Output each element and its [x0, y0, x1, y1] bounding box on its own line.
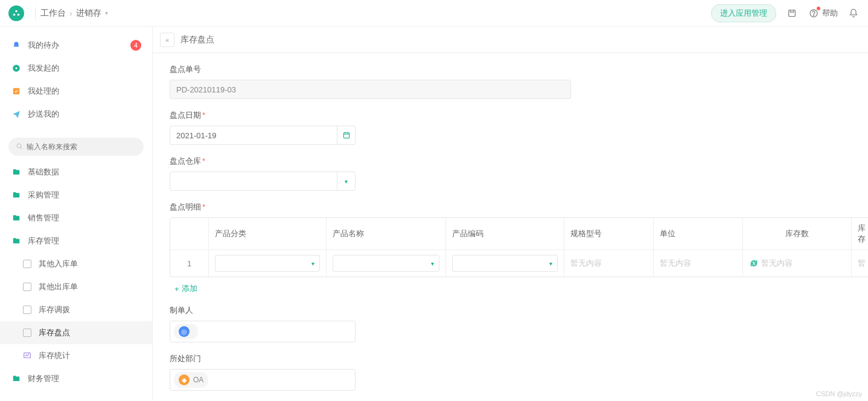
label-department: 所处部门	[170, 353, 851, 364]
th-last: 库存	[852, 218, 868, 250]
th-code: 产品编码	[446, 218, 564, 250]
save-icon[interactable]	[786, 7, 798, 19]
sidebar-item-cc-to-me[interactable]: 抄送我的	[0, 103, 152, 126]
sidebar-item-purchase-mgmt[interactable]: 采购管理	[0, 184, 152, 207]
sidebar-item-label: 库存管理	[28, 236, 59, 246]
document-icon	[22, 304, 33, 315]
topbar: 工作台 › 进销存 ▾ 进入应用管理 帮助	[0, 0, 868, 27]
chevron-down-icon: ▾	[311, 260, 314, 267]
page-title: 库存盘点	[180, 34, 214, 45]
sidebar-item-inventory-check[interactable]: 库存盘点	[0, 321, 152, 344]
sidebar-item-other-inbound[interactable]: 其他入库单	[0, 252, 152, 275]
detail-table: 产品分类 产品名称 产品编码 规格型号 单位 库存数 库存 1 ▾	[170, 217, 868, 277]
svg-point-0	[15, 10, 18, 12]
th-category: 产品分类	[209, 218, 327, 250]
department-chip[interactable]: ◆ OA	[174, 372, 208, 388]
svg-point-2	[18, 13, 20, 15]
required-mark: *	[202, 202, 205, 211]
divider	[35, 7, 36, 19]
th-spec: 规格型号	[564, 218, 654, 250]
todo-badge: 4	[130, 40, 141, 51]
enter-app-mgmt-button[interactable]: 进入应用管理	[711, 4, 776, 22]
add-row-button[interactable]: + 添加	[170, 283, 851, 294]
table-header-row: 产品分类 产品名称 产品编码 规格型号 单位 库存数 库存	[170, 218, 868, 250]
calendar-icon[interactable]	[337, 126, 355, 144]
department-box[interactable]: ◆ OA	[170, 369, 356, 391]
svg-point-5	[813, 14, 814, 15]
sidebar-item-finance-mgmt[interactable]: 财务管理	[0, 367, 152, 390]
field-warehouse: 盘点仓库* ▾	[170, 156, 851, 191]
collapse-sidebar-button[interactable]: «	[160, 33, 174, 47]
breadcrumb-workspace[interactable]: 工作台	[40, 8, 66, 19]
td-name: ▾	[327, 250, 446, 277]
creator-box[interactable]: ◎	[170, 321, 356, 342]
field-order-no: 盘点单号 PD-20210119-03	[170, 64, 851, 99]
field-creator: 制单人 ◎	[170, 305, 851, 342]
label-creator: 制单人	[170, 305, 851, 316]
sidebar-item-label: 基础数据	[28, 167, 59, 178]
sidebar-item-label: 我发起的	[28, 63, 59, 74]
td-code: ▾	[446, 250, 564, 277]
field-department: 所处部门 ◆ OA	[170, 353, 851, 391]
sidebar-item-basic-data[interactable]: 基础数据	[0, 161, 152, 184]
sidebar-item-label: 其他入库单	[39, 258, 78, 269]
chart-icon	[22, 350, 33, 361]
chevron-down-icon: ▾	[549, 260, 552, 267]
page-header: « 库存盘点	[153, 27, 868, 53]
search-icon	[16, 143, 23, 152]
th-name: 产品名称	[327, 218, 446, 250]
sidebar-item-other-outbound[interactable]: 其他出库单	[0, 275, 152, 298]
document-icon	[22, 258, 33, 269]
chevron-down-icon[interactable]: ▾	[337, 172, 355, 190]
folder-icon	[11, 236, 22, 246]
sidebar-item-label: 采购管理	[28, 190, 59, 200]
label-order-no: 盘点单号	[170, 64, 851, 75]
sidebar-item-my-todo[interactable]: 我的待办 4	[0, 34, 152, 57]
sidebar-item-my-initiated[interactable]: 我发起的	[0, 57, 152, 80]
refresh-icon[interactable]	[749, 258, 759, 268]
creator-chip[interactable]: ◎	[174, 324, 198, 339]
select-product-name[interactable]: ▾	[333, 255, 439, 272]
sidebar-item-inventory-stats[interactable]: 库存统计	[0, 344, 152, 367]
input-check-date[interactable]	[170, 126, 356, 145]
required-mark: *	[202, 156, 205, 165]
svg-rect-11	[343, 133, 349, 138]
bell-icon	[11, 40, 22, 51]
sidebar-search[interactable]	[8, 138, 144, 156]
send-icon	[11, 109, 22, 120]
document-icon	[22, 327, 33, 338]
bell-icon[interactable]	[847, 7, 860, 19]
user-avatar-icon: ◎	[179, 326, 190, 337]
folder-icon	[11, 373, 22, 384]
form-area: 盘点单号 PD-20210119-03 盘点日期* 盘点仓库* ▾	[153, 53, 868, 401]
sidebar-item-my-processed[interactable]: 我处理的	[0, 80, 152, 103]
folder-icon	[11, 167, 22, 178]
chevron-down-icon: ▾	[431, 260, 434, 267]
breadcrumb-app[interactable]: 进销存	[76, 8, 101, 19]
search-input[interactable]	[27, 143, 136, 151]
td-stock: 暂无内容	[743, 250, 852, 277]
breadcrumb-sep: ›	[69, 8, 72, 18]
warehouse-field[interactable]	[170, 177, 337, 186]
th-index	[170, 218, 209, 250]
sidebar-item-inventory-mgmt[interactable]: 库存管理	[0, 229, 152, 252]
svg-rect-8	[13, 88, 20, 95]
sidebar-item-inventory-transfer[interactable]: 库存调拨	[0, 298, 152, 321]
watermark: CSDN @jdyzzy	[816, 390, 862, 397]
select-product-code[interactable]: ▾	[452, 255, 558, 272]
svg-point-1	[13, 13, 16, 15]
sidebar-item-label: 财务管理	[28, 373, 59, 384]
field-detail: 盘点明细* 产品分类 产品名称 产品编码 规格型号 单位 库存数 库存 1	[170, 202, 851, 294]
required-mark: *	[202, 111, 205, 120]
input-order-no: PD-20210119-03	[170, 80, 571, 99]
select-warehouse[interactable]: ▾	[170, 172, 356, 191]
label-warehouse: 盘点仓库*	[170, 156, 851, 167]
chevron-down-icon[interactable]: ▾	[105, 10, 108, 16]
select-category[interactable]: ▾	[215, 255, 320, 272]
document-icon	[22, 281, 33, 292]
app-logo[interactable]	[8, 5, 24, 21]
help-link[interactable]: 帮助	[808, 7, 838, 19]
sidebar-item-sales-mgmt[interactable]: 销售管理	[0, 207, 152, 229]
table-row: 1 ▾ ▾ ▾ 暂无内容 暂无内容	[170, 250, 868, 277]
date-field[interactable]	[170, 131, 337, 140]
